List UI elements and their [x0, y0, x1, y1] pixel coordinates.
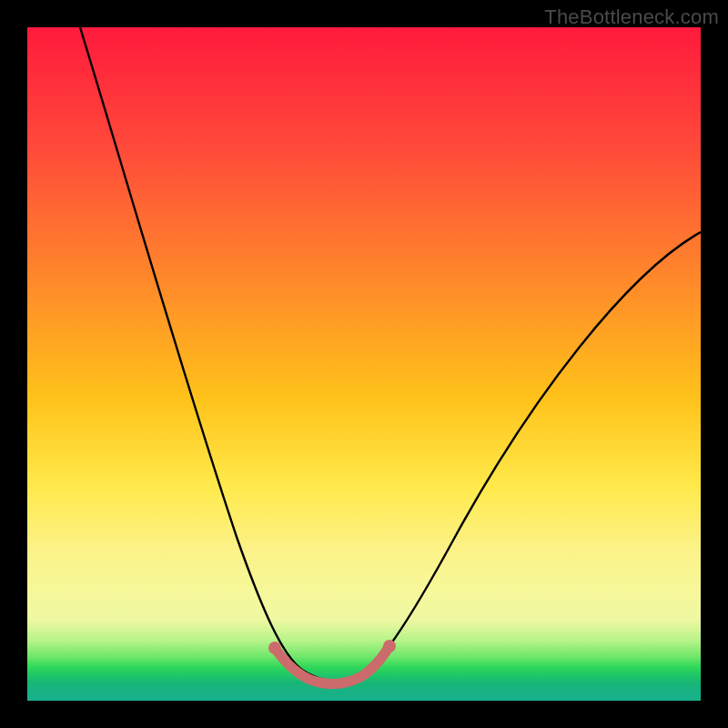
watermark-text: TheBottleneck.com — [544, 5, 719, 29]
chart-frame: TheBottleneck.com — [0, 0, 728, 728]
highlight-dot-right — [383, 640, 396, 652]
bottleneck-curve — [27, 27, 701, 701]
plot-area — [27, 27, 701, 701]
curve-path — [80, 27, 701, 682]
optimal-region-highlight — [275, 646, 389, 683]
highlight-dot-left — [268, 642, 281, 654]
